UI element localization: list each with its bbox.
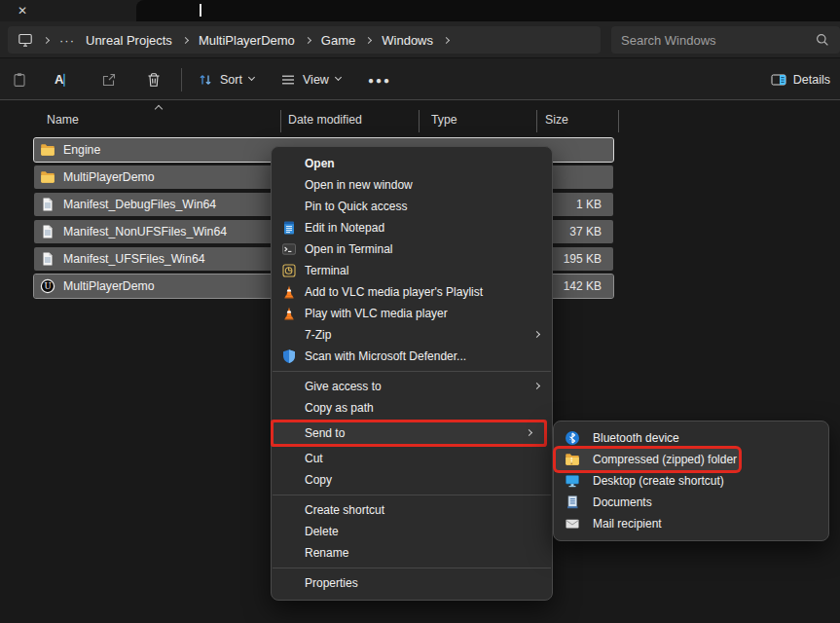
menu-item-label: Play with VLC media player <box>305 307 448 320</box>
this-pc-monitor-icon <box>18 32 33 48</box>
menu-item-7-zip[interactable]: 7-Zip <box>272 324 552 346</box>
details-pane-button[interactable]: Details <box>771 72 830 88</box>
menu-item-label: Send to <box>305 426 345 440</box>
breadcrumb-overflow-button[interactable]: ··· <box>59 33 75 48</box>
breadcrumb-item-game[interactable]: Game <box>321 33 355 48</box>
bluetooth-icon <box>565 430 580 446</box>
menu-item-scan-with-defender[interactable]: Scan with Microsoft Defender... <box>272 346 552 367</box>
menu-item-label: 7-Zip <box>305 328 331 342</box>
menu-item-open-in-new-window[interactable]: Open in new window <box>272 174 552 196</box>
document-icon <box>40 224 55 239</box>
menu-item-copy[interactable]: Copy <box>272 469 552 491</box>
explorer-tab[interactable] <box>136 0 840 21</box>
breadcrumb[interactable]: ··· Unreal Projects MultiPlayerDemo Game… <box>8 26 601 54</box>
menu-item-play-with-vlc[interactable]: Play with VLC media player <box>272 303 552 324</box>
menu-item-copy-as-path[interactable]: Copy as path <box>272 397 552 419</box>
delete-button[interactable] <box>146 72 162 88</box>
submenu-item-compressed-zipped-folder[interactable]: Compressed (zipped) folder <box>556 449 739 470</box>
view-label: View <box>303 73 329 87</box>
submenu-arrow-icon <box>526 429 532 436</box>
menu-separator <box>273 568 551 568</box>
sort-button[interactable]: Sort <box>198 72 254 88</box>
menu-item-properties[interactable]: Properties <box>272 572 552 594</box>
chevron-right-icon <box>365 36 372 43</box>
view-button[interactable]: View <box>280 72 341 88</box>
submenu-item-label: Mail recipient <box>593 517 662 531</box>
submenu-item-label: Desktop (create shortcut) <box>593 474 724 488</box>
share-button[interactable] <box>101 72 117 88</box>
menu-item-create-shortcut[interactable]: Create shortcut <box>272 499 552 521</box>
toolbar-divider <box>181 68 182 92</box>
search-icon[interactable] <box>815 32 830 48</box>
folder-icon <box>40 169 55 185</box>
menu-item-send-to[interactable]: Send to <box>274 422 544 444</box>
see-more-icon: ●●● <box>368 74 391 85</box>
chevron-down-icon <box>335 74 342 81</box>
paste-button[interactable] <box>12 72 27 88</box>
submenu-item-bluetooth-device[interactable]: Bluetooth device <box>554 427 828 449</box>
notepad-icon <box>281 220 297 236</box>
terminal-gold-icon <box>281 263 297 278</box>
sort-ascending-caret-icon <box>155 105 163 113</box>
column-header-size[interactable]: Size <box>545 113 568 127</box>
submenu-arrow-icon <box>533 331 540 338</box>
share-icon <box>101 72 117 88</box>
details-pane-icon <box>771 72 786 88</box>
breadcrumb-item-unreal-projects[interactable]: Unreal Projects <box>86 33 172 48</box>
zipped-folder-icon <box>565 452 580 467</box>
tab-close-icon[interactable]: ✕ <box>14 2 31 19</box>
submenu-item-desktop-create-shortcut[interactable]: Desktop (create shortcut) <box>554 470 828 492</box>
submenu-item-documents[interactable]: Documents <box>554 492 828 513</box>
file-size: 1 KB <box>576 198 602 211</box>
paste-icon <box>12 72 27 88</box>
column-divider[interactable] <box>280 110 281 132</box>
chevron-right-icon <box>305 36 311 43</box>
menu-item-delete[interactable]: Delete <box>272 521 552 542</box>
search-box[interactable]: Search Windows <box>611 26 840 54</box>
rename-button[interactable]: A⎸ <box>55 72 76 88</box>
documents-icon <box>565 495 580 510</box>
menu-item-give-access-to[interactable]: Give access to <box>272 376 552 397</box>
column-header-row: Name Date modified Type Size <box>0 100 840 136</box>
menu-item-label: Edit in Notepad <box>305 221 384 235</box>
see-more-button[interactable]: ●●● <box>368 74 391 85</box>
submenu-item-label: Documents <box>593 495 652 509</box>
menu-item-open-in-terminal[interactable]: Open in Terminal <box>272 238 552 260</box>
rename-icon: A⎸ <box>55 72 76 88</box>
menu-item-add-to-vlc-playlist[interactable]: Add to VLC media player's Playlist <box>272 281 552 303</box>
chevron-right-icon <box>43 36 50 43</box>
mail-envelope-icon <box>565 516 580 531</box>
column-header-date-modified[interactable]: Date modified <box>288 113 362 127</box>
breadcrumb-item-windows[interactable]: Windows <box>382 33 433 48</box>
menu-separator <box>273 495 551 495</box>
file-size: 195 KB <box>564 252 602 266</box>
view-icon <box>280 72 296 88</box>
breadcrumb-item-multiplayerdemo[interactable]: MultiPlayerDemo <box>199 33 295 48</box>
folder-icon <box>40 142 55 158</box>
menu-item-edit-in-notepad[interactable]: Edit in Notepad <box>272 217 552 238</box>
file-size: 37 KB <box>569 225 602 238</box>
menu-item-pin-to-quick-access[interactable]: Pin to Quick access <box>272 196 552 217</box>
defender-shield-icon <box>281 348 297 364</box>
column-header-name[interactable]: Name <box>47 113 79 127</box>
menu-item-open[interactable]: Open <box>272 153 552 174</box>
address-bar: ··· Unreal Projects MultiPlayerDemo Game… <box>0 21 840 57</box>
menu-item-label: Give access to <box>305 380 382 393</box>
column-header-type[interactable]: Type <box>431 113 457 127</box>
chevron-right-icon <box>443 36 450 43</box>
titlebar: ✕ <box>0 0 840 21</box>
menu-item-cut[interactable]: Cut <box>272 448 552 469</box>
tab-text-cursor <box>200 4 201 17</box>
column-divider[interactable] <box>419 110 420 132</box>
menu-item-rename[interactable]: Rename <box>272 542 552 564</box>
menu-separator <box>273 371 551 372</box>
menu-item-label: Terminal <box>305 264 348 277</box>
vlc-cone-icon <box>281 306 297 321</box>
chevron-right-icon <box>182 36 189 43</box>
column-divider[interactable] <box>618 110 619 132</box>
submenu-item-mail-recipient[interactable]: Mail recipient <box>554 513 828 534</box>
send-to-submenu: Bluetooth device Compressed (zipped) fol… <box>553 421 829 541</box>
menu-item-terminal[interactable]: Terminal <box>272 260 552 281</box>
column-divider[interactable] <box>536 110 537 132</box>
submenu-arrow-icon <box>533 383 540 389</box>
